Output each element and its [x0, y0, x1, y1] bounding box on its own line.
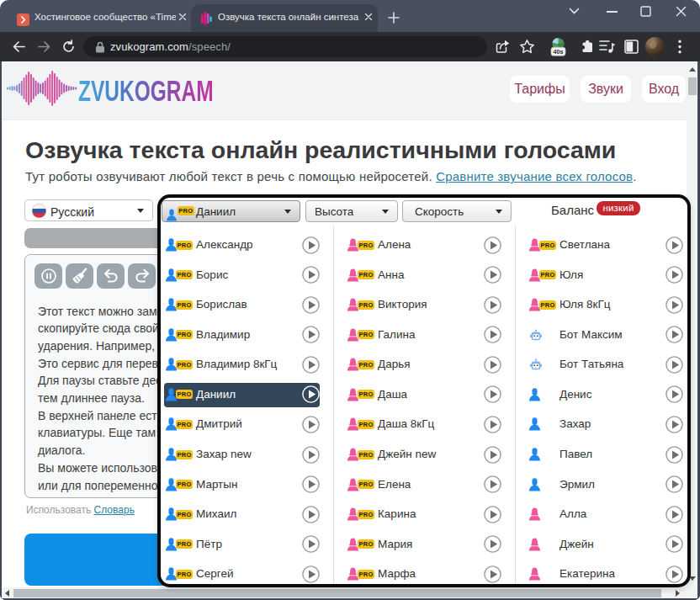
- svg-text:40s: 40s: [554, 48, 564, 56]
